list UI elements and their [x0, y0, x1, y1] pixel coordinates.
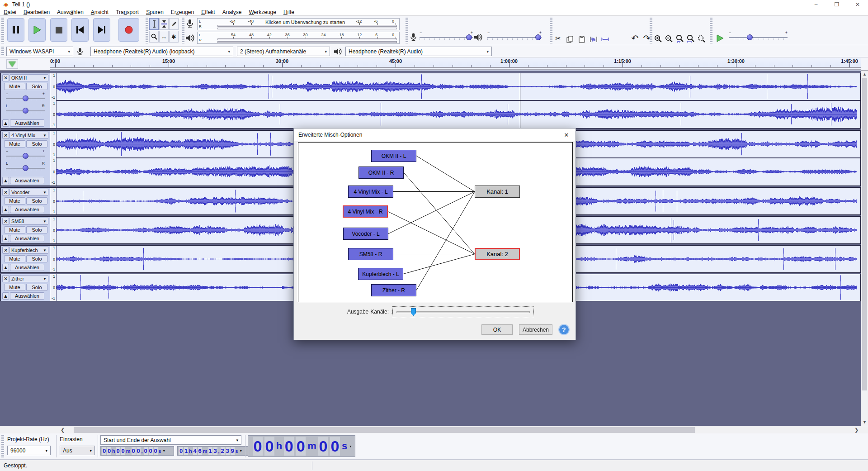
skip-to-end-button[interactable]: [93, 18, 110, 42]
solo-button[interactable]: Solo: [26, 140, 47, 147]
time-unit[interactable]: s: [159, 448, 161, 454]
mixer-output-channel-2[interactable]: Kanal: 2: [475, 248, 520, 260]
playback-meter[interactable]: LR-54-48-42-36-30-24-18-12-60: [197, 32, 400, 44]
play-at-speed-grip[interactable]: [710, 18, 712, 43]
solo-button[interactable]: Solo: [26, 255, 47, 262]
collapse-track-button[interactable]: ▲: [2, 206, 9, 213]
select-track-button[interactable]: Auswählen: [10, 119, 44, 127]
collapse-track-button[interactable]: ▲: [2, 119, 9, 127]
playback-meter-speaker-icon[interactable]: [185, 33, 194, 43]
time-digit[interactable]: 3: [213, 447, 217, 455]
audio-position-display[interactable]: 00h00m00s▾: [248, 435, 355, 457]
timeline-ruler[interactable]: 0:0015:0030:0045:001:00:001:15:001:30:00…: [50, 58, 861, 71]
slider-knob[interactable]: [23, 153, 28, 159]
mixer-source-kupferblech-l[interactable]: Kupferblech - L: [358, 268, 403, 280]
cut-button[interactable]: ✂: [553, 33, 563, 44]
paste-button[interactable]: [576, 33, 587, 45]
mute-button[interactable]: Mute: [4, 226, 25, 233]
playback-volume-slider[interactable]: − +: [487, 34, 542, 41]
time-unit[interactable]: s: [342, 440, 347, 452]
menu-bearbeiten[interactable]: Bearbeiten: [20, 9, 53, 16]
time-unit[interactable]: h: [276, 440, 282, 452]
track-waveform-area[interactable]: [57, 73, 860, 128]
track-menu-button[interactable]: SM58▼: [9, 218, 48, 225]
chevron-down-icon[interactable]: ▾: [163, 449, 165, 453]
menu-erzeugen[interactable]: Erzeugen: [167, 9, 198, 16]
mixer-output-channel-1[interactable]: Kanal: 1: [475, 186, 520, 198]
time-digit[interactable]: 0: [253, 437, 263, 456]
edit-toolbar-grip[interactable]: [550, 18, 552, 43]
silence-audio-button[interactable]: [600, 33, 610, 45]
time-digit[interactable]: 4: [193, 447, 197, 455]
menu-hilfe[interactable]: Hilfe: [280, 9, 298, 16]
slider-knob[interactable]: [23, 95, 28, 101]
output-channels-slider[interactable]: [392, 306, 534, 317]
close-button[interactable]: ✕: [847, 0, 868, 9]
playback-volume-knob[interactable]: [535, 34, 541, 40]
ok-button[interactable]: OK: [481, 324, 513, 335]
selection-start-field[interactable]: 00h00m00,000s▾: [100, 446, 174, 456]
snap-to-select[interactable]: Aus▾: [60, 446, 95, 455]
play-at-speed-button[interactable]: [714, 33, 726, 44]
track-close-button[interactable]: ✕: [2, 132, 9, 139]
timeline-options-button[interactable]: [6, 59, 18, 69]
menu-effekt[interactable]: Effekt: [198, 9, 218, 16]
time-unit[interactable]: ,: [218, 448, 220, 454]
time-digit[interactable]: 0: [107, 447, 111, 455]
play-speed-slider[interactable]: − +: [729, 34, 788, 41]
mixer-source-4-vinyl-mix-l[interactable]: 4 Vinyl Mix - L: [348, 186, 393, 198]
record-meter-grip[interactable]: [182, 18, 184, 43]
time-digit[interactable]: 0: [284, 437, 294, 456]
menu-datei[interactable]: Datei: [0, 9, 20, 16]
time-digit[interactable]: 3: [226, 447, 230, 455]
time-digit[interactable]: 0: [144, 447, 148, 455]
slider-knob[interactable]: [23, 165, 28, 171]
collapse-track-button[interactable]: ▲: [2, 264, 9, 271]
track-close-button[interactable]: ✕: [2, 247, 9, 254]
time-digit[interactable]: 2: [221, 447, 225, 455]
time-unit[interactable]: m: [203, 448, 208, 454]
track-menu-button[interactable]: 4 Vinyl Mix▼: [9, 132, 48, 139]
time-digit[interactable]: 6: [198, 447, 202, 455]
chevron-down-icon[interactable]: ▾: [349, 444, 351, 448]
time-digit[interactable]: 1: [208, 447, 212, 455]
selection-tool-button[interactable]: [149, 18, 159, 30]
solo-button[interactable]: Solo: [26, 83, 47, 90]
solo-button[interactable]: Solo: [26, 226, 47, 233]
restore-button[interactable]: ❐: [826, 0, 847, 9]
mixer-source-okm-ii-r[interactable]: OKM II - R: [359, 167, 404, 179]
zoom-toggle-button[interactable]: [696, 33, 707, 44]
solo-button[interactable]: Solo: [26, 197, 47, 205]
mixer-source-4-vinyl-mix-r[interactable]: 4 Vinyl Mix - R: [343, 205, 388, 218]
time-digit[interactable]: 0: [132, 447, 136, 455]
select-track-button[interactable]: Auswählen: [10, 177, 44, 184]
record-button[interactable]: [118, 18, 139, 42]
minimize-button[interactable]: –: [806, 0, 826, 9]
play-speed-knob[interactable]: [747, 34, 753, 40]
track-close-button[interactable]: ✕: [2, 275, 9, 282]
track-menu-button[interactable]: OKM II▼: [9, 74, 48, 81]
undo-button[interactable]: ↶: [630, 33, 640, 44]
horizontal-scroll-thumb[interactable]: [74, 427, 695, 433]
chevron-down-icon[interactable]: ▾: [240, 449, 242, 453]
scroll-down-icon[interactable]: ▼: [861, 419, 868, 426]
mixer-toolbar-grip[interactable]: [406, 18, 408, 43]
mute-button[interactable]: Mute: [4, 284, 25, 291]
menu-spuren[interactable]: Spuren: [142, 9, 167, 16]
time-unit[interactable]: m: [307, 440, 316, 452]
time-unit[interactable]: m: [126, 448, 131, 454]
zoom-tool-button[interactable]: [149, 31, 159, 43]
project-rate-select[interactable]: 96000▾: [7, 446, 51, 455]
horizontal-scrollbar[interactable]: ❮ ❯: [0, 426, 868, 433]
trim-audio-button[interactable]: [588, 33, 599, 45]
audio-host-select[interactable]: Windows WASAPI▾: [6, 47, 73, 56]
track-menu-button[interactable]: Kupferblech▼: [9, 247, 48, 254]
time-digit[interactable]: 0: [137, 447, 141, 455]
menu-werkzeuge[interactable]: Werkzeuge: [245, 9, 279, 16]
mixer-source-zither-r[interactable]: Zither - R: [371, 284, 416, 296]
waveform-canvas[interactable]: [57, 101, 860, 128]
collapse-track-button[interactable]: ▲: [2, 235, 9, 242]
mute-button[interactable]: Mute: [4, 255, 25, 262]
time-digit[interactable]: 0: [121, 447, 125, 455]
tools-toolbar-grip[interactable]: [146, 18, 148, 43]
